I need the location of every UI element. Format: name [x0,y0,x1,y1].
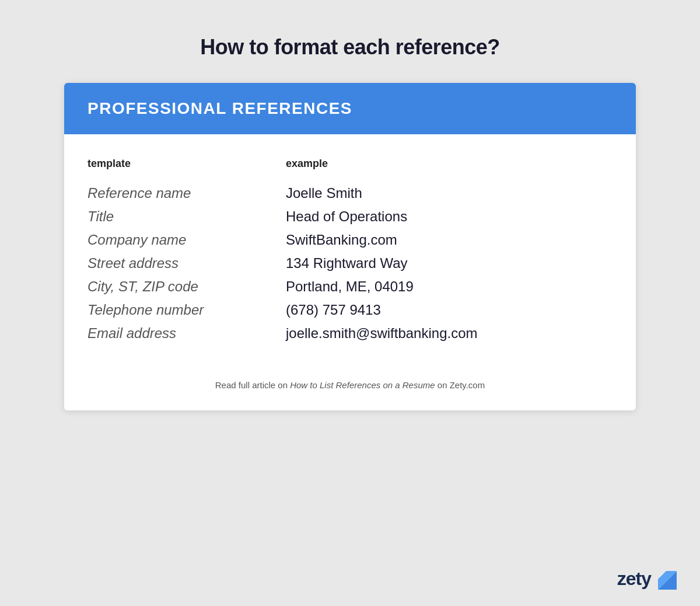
example-cell: SwiftBanking.com [286,232,397,248]
footer-text-after: on Zety.com [435,380,485,390]
table-row: Email addressjoelle.smith@swiftbanking.c… [88,322,612,345]
card-footer: Read full article on How to List Referen… [64,363,636,410]
card-body: template example Reference nameJoelle Sm… [64,134,636,363]
card-header-title: PROFESSIONAL REFERENCES [88,99,352,117]
example-cell: joelle.smith@swiftbanking.com [286,325,478,342]
table-row: Street address134 Rightward Way [88,252,612,275]
table-row: City, ST, ZIP codePortland, ME, 04019 [88,275,612,298]
reference-table: Reference nameJoelle SmithTitleHead of O… [88,182,612,345]
template-cell: Email address [88,325,286,342]
table-row: TitleHead of Operations [88,205,612,228]
template-cell: City, ST, ZIP code [88,278,286,295]
table-row: Company nameSwiftBanking.com [88,228,612,252]
example-column-header: example [286,158,328,170]
template-cell: Telephone number [88,302,286,318]
table-row: Telephone number(678) 757 9413 [88,298,612,322]
example-cell: (678) 757 9413 [286,302,381,318]
example-cell: Joelle Smith [286,185,362,201]
template-cell: Street address [88,255,286,271]
template-cell: Title [88,208,286,225]
example-cell: 134 Rightward Way [286,255,408,271]
example-cell: Head of Operations [286,208,407,225]
table-row: Reference nameJoelle Smith [88,182,612,205]
columns-header: template example [88,158,612,170]
template-cell: Company name [88,232,286,248]
template-cell: Reference name [88,185,286,201]
example-cell: Portland, ME, 04019 [286,278,414,295]
zety-logo-icon [654,567,677,590]
zety-logo: zety [617,567,677,590]
footer-text-before: Read full article on [215,380,290,390]
template-column-header: template [88,158,286,170]
footer-link-text: How to List References on a Resume [290,380,435,390]
zety-logo-text: zety [617,568,651,590]
card-header: PROFESSIONAL REFERENCES [64,83,636,134]
page-title: How to format each reference? [200,35,500,60]
reference-card: PROFESSIONAL REFERENCES template example… [64,83,636,410]
